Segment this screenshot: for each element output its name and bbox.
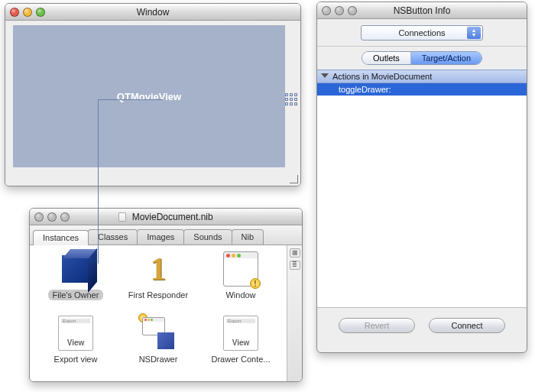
qtmovieview-placeholder[interactable]: QTMovieView <box>13 25 285 167</box>
tab-images[interactable]: Images <box>137 229 184 245</box>
icon-view-button[interactable]: ▦ <box>290 248 300 258</box>
action-label: toggleDrawer: <box>339 85 391 94</box>
traffic-lights <box>10 8 45 17</box>
qtmovieview-label: QTMovieView <box>117 91 181 102</box>
resize-grip-icon[interactable] <box>288 173 299 184</box>
zoom-icon[interactable] <box>60 212 70 222</box>
nib-item-label: Drawer Conte... <box>208 354 273 364</box>
action-row[interactable]: toggleDrawer: <box>317 83 527 96</box>
window-title-text: MovieDocument.nib <box>132 212 213 222</box>
tab-instances[interactable]: Instances <box>33 230 89 245</box>
window-title: MovieDocument.nib <box>30 211 302 222</box>
segment-target-action[interactable]: Target/Action <box>411 52 481 64</box>
drawer-icon <box>141 316 176 351</box>
nib-item-label: Export view <box>51 354 101 364</box>
warning-badge-icon: ! <box>250 278 261 289</box>
nib-item-window[interactable]: ! Window <box>199 251 282 316</box>
nib-item-drawer-content[interactable]: Export View Drawer Conte... <box>199 316 282 380</box>
close-icon[interactable] <box>322 6 331 15</box>
cube-icon <box>62 255 89 283</box>
zoom-icon[interactable] <box>348 6 357 15</box>
nib-item-files-owner[interactable]: File's Owner <box>34 251 117 316</box>
titlebar[interactable]: MovieDocument.nib <box>30 209 302 225</box>
disclosure-triangle-icon[interactable] <box>321 73 329 78</box>
traffic-lights <box>322 6 357 15</box>
close-icon[interactable] <box>10 8 19 17</box>
document-icon <box>118 212 126 222</box>
nib-item-first-responder[interactable]: 1 First Responder <box>117 251 199 316</box>
inspector-window: NSButton Info Connections ▲▼ Outlets Tar… <box>316 2 527 353</box>
inspector-pane-select[interactable]: Connections ▲▼ <box>361 25 483 40</box>
connections-segment: Outlets Target/Action <box>362 51 482 65</box>
minimize-icon[interactable] <box>47 212 57 222</box>
minimize-icon[interactable] <box>335 6 344 15</box>
nib-item-label: First Responder <box>125 290 191 300</box>
tab-nib[interactable]: Nib <box>232 229 264 245</box>
window-icon: ! <box>223 251 258 287</box>
nib-document-window: MovieDocument.nib Instances Classes Imag… <box>29 208 303 382</box>
updown-arrows-icon: ▲▼ <box>467 27 481 39</box>
actions-group-header[interactable]: Actions in MovieDocument <box>317 70 527 83</box>
customview-icon: Export View <box>223 316 258 351</box>
connect-button[interactable]: Connect <box>429 318 505 333</box>
nib-tabbar: Instances Classes Images Sounds Nib <box>30 225 302 245</box>
titlebar[interactable]: NSButton Info <box>317 2 527 19</box>
nib-instances-grid: File's Owner 1 First Responder ! Window … <box>30 245 287 381</box>
selection-handle-icon[interactable] <box>285 93 297 105</box>
segment-outlets[interactable]: Outlets <box>362 52 411 64</box>
tab-sounds[interactable]: Sounds <box>183 229 232 245</box>
nib-item-label: File's Owner <box>48 290 104 300</box>
actions-list: toggleDrawer: <box>317 83 527 308</box>
close-icon[interactable] <box>34 212 44 222</box>
design-window: Window QTMovieView <box>5 3 301 186</box>
titlebar[interactable]: Window <box>5 4 300 21</box>
minimize-icon[interactable] <box>23 8 32 17</box>
traffic-lights <box>34 212 70 222</box>
zoom-icon[interactable] <box>36 8 45 17</box>
nib-item-nsdrawer[interactable]: NSDrawer <box>117 316 199 380</box>
nib-item-label: Window <box>222 290 258 300</box>
first-responder-icon: 1 <box>141 251 176 287</box>
revert-button[interactable]: Revert <box>339 318 415 333</box>
select-value: Connections <box>398 28 445 37</box>
nib-item-export-view[interactable]: Export View Export view <box>34 316 117 380</box>
nib-item-label: NSDrawer <box>136 354 181 364</box>
customview-icon: Export View <box>58 316 93 351</box>
view-mode-strip: ▦ ≣ <box>287 245 302 381</box>
window-title: Window <box>5 7 300 18</box>
list-view-button[interactable]: ≣ <box>290 261 300 270</box>
group-header-label: Actions in MovieDocument <box>332 72 432 81</box>
tab-classes[interactable]: Classes <box>88 229 138 245</box>
